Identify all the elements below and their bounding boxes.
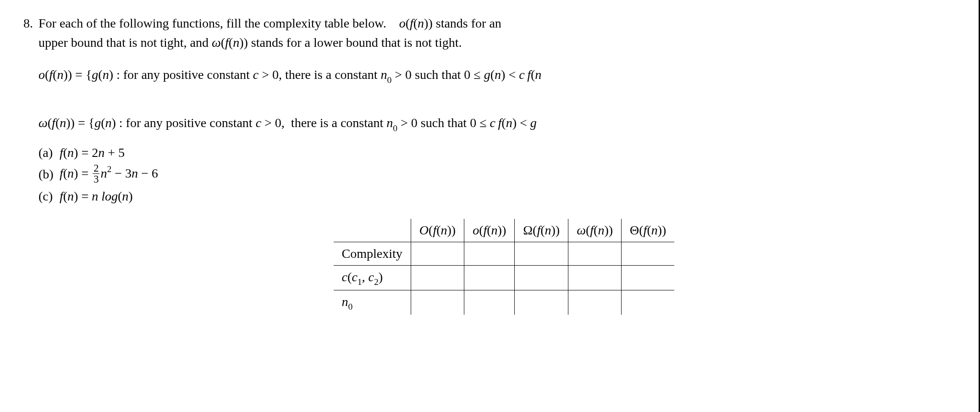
complexity-table-wrap: O(f(n)) o(f(n)) Ω(f(n)) ω(f(n)) Θ(f(n)) …	[39, 219, 969, 315]
item-b-label: (b)	[39, 165, 60, 184]
def-w-text2: there is a constant	[291, 116, 383, 130]
cell-r3c5[interactable]	[622, 290, 675, 314]
intro-o-fn: o(f(n))	[399, 16, 436, 30]
definition-little-omega: ω(f(n)) = {g(n) : for any positive const…	[39, 113, 969, 134]
zero: 0	[275, 116, 281, 130]
n-symbol: n	[92, 189, 98, 203]
o-lhs: o(f(n))	[39, 67, 75, 82]
lt-symbol: <	[520, 116, 527, 130]
f-symbol: f	[225, 35, 229, 50]
equals: =	[81, 145, 88, 160]
cell-r1c5[interactable]	[622, 242, 675, 265]
def-w-text1: for any positive constant	[126, 116, 253, 130]
definition-little-o: o(f(n)) = {g(n) : for any positive const…	[39, 65, 969, 86]
page: 8. For each of the following functions, …	[0, 0, 980, 412]
item-b-expr: f(n) = 2 3 n2 − 3n − 6	[60, 163, 969, 186]
const-5: 5	[118, 145, 125, 160]
item-a: (a) f(n) = 2n + 5	[39, 143, 969, 162]
n-symbol: n	[67, 145, 74, 160]
f-symbol: f	[60, 189, 63, 203]
n-symbol: n	[386, 116, 393, 130]
n-symbol: n	[535, 67, 541, 82]
equals: =	[75, 67, 86, 82]
colon: :	[116, 67, 123, 82]
o-symbol: o	[399, 16, 406, 30]
n-symbol: n	[105, 116, 111, 130]
row-n0-label: n0	[334, 290, 411, 314]
n-symbol: n	[103, 67, 109, 82]
cell-r2c2[interactable]	[464, 265, 515, 290]
zero: 0	[405, 67, 412, 82]
intro-part3: upper bound that is not tight, and	[39, 35, 209, 50]
subparts: (a) f(n) = 2n + 5 (b) f(n) =	[39, 143, 969, 206]
row-complexity-label: Complexity	[334, 242, 411, 265]
cell-r2c1[interactable]	[411, 265, 464, 290]
cell-r1c1[interactable]	[411, 242, 464, 265]
item-b: (b) f(n) = 2 3 n2 − 3n − 6	[39, 163, 969, 186]
cell-r2c4[interactable]	[568, 265, 622, 290]
cell-r3c2[interactable]	[464, 290, 515, 314]
g-symbol: g	[530, 116, 537, 130]
cell-r1c2[interactable]	[464, 242, 515, 265]
equals: =	[78, 116, 88, 130]
item-a-expr: f(n) = 2n + 5	[60, 143, 969, 162]
gt-symbol: >	[262, 67, 269, 82]
frac-den: 3	[93, 173, 99, 185]
subscript-0: 0	[393, 123, 397, 133]
problem-8: 8. For each of the following functions, …	[6, 14, 969, 315]
complexity-table: O(f(n)) o(f(n)) Ω(f(n)) ω(f(n)) Θ(f(n)) …	[334, 219, 675, 315]
plus-symbol: +	[108, 145, 115, 160]
def-o-text1: for any positive constant	[123, 67, 250, 82]
f-symbol: f	[60, 145, 63, 160]
gt-symbol: >	[395, 67, 402, 82]
g-symbol: g	[484, 67, 490, 82]
comma: ,	[281, 116, 285, 130]
intro-part1: For each of the following functions, fil…	[39, 16, 386, 30]
equals: =	[81, 166, 88, 180]
c-symbol: c	[256, 116, 261, 130]
row-constants: c(c1, c2)	[334, 265, 675, 290]
const-6: 6	[152, 166, 158, 180]
cell-r3c4[interactable]	[568, 290, 622, 314]
fraction-2-3: 2 3	[93, 163, 99, 185]
f-symbol: f	[60, 166, 63, 180]
n-symbol: n	[418, 16, 424, 30]
zero: 0	[272, 67, 279, 82]
intro-part2: stands for an	[436, 16, 501, 30]
def-o-text3: such that	[415, 67, 464, 82]
row-complexity: Complexity	[334, 242, 675, 265]
cell-r3c1[interactable]	[411, 290, 464, 314]
f-symbol: f	[52, 116, 55, 130]
col-little-o: o(f(n))	[464, 219, 515, 242]
minus-symbol: −	[115, 166, 122, 180]
cell-r2c3[interactable]	[515, 265, 568, 290]
brace-open: {	[88, 116, 94, 130]
n-symbol: n	[122, 189, 128, 203]
subscript-0: 0	[387, 75, 391, 85]
g-symbol: g	[92, 67, 98, 82]
f-symbol: f	[527, 67, 531, 82]
le-symbol: ≤	[479, 116, 486, 130]
col-theta: Θ(f(n))	[622, 219, 675, 242]
brace-open: {	[86, 67, 92, 82]
zero: 0	[470, 116, 476, 130]
zero: 0	[411, 116, 418, 130]
omega-symbol: ω	[212, 35, 221, 50]
item-c-expr: f(n) = n log(n)	[60, 187, 969, 206]
col-big-o: O(f(n))	[411, 219, 464, 242]
intro-text: For each of the following functions, fil…	[39, 14, 969, 52]
cell-r3c3[interactable]	[515, 290, 568, 314]
cell-r2c5[interactable]	[622, 265, 675, 290]
cell-r1c4[interactable]	[568, 242, 622, 265]
f-symbol: f	[410, 16, 413, 30]
n-symbol: n	[380, 67, 387, 82]
n-symbol: n	[495, 67, 501, 82]
n-symbol: n	[233, 35, 239, 50]
col-little-omega: ω(f(n))	[568, 219, 622, 242]
item-a-label: (a)	[39, 143, 60, 162]
omega-symbol: ω	[39, 116, 48, 130]
coef-2: 2	[92, 145, 98, 160]
table-corner	[334, 219, 411, 242]
cell-r1c3[interactable]	[515, 242, 568, 265]
w-lhs: ω(f(n))	[39, 116, 78, 130]
